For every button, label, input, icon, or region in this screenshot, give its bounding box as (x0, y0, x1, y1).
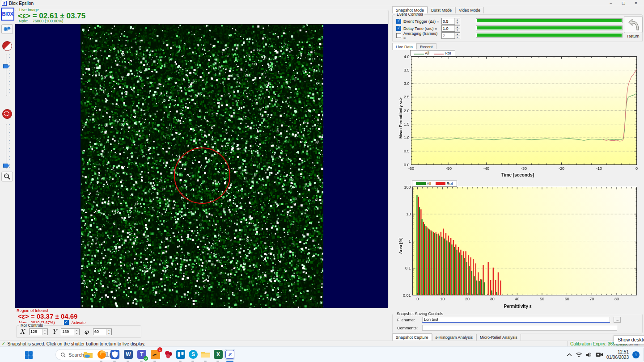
system-tray: 12:51 01/06/2023 1 (567, 347, 640, 362)
chevron-up-icon[interactable] (567, 353, 572, 357)
slider-track (6, 55, 7, 96)
biox-epsilon-taskbar-icon[interactable]: ε (225, 349, 235, 360)
running-indicator (127, 361, 129, 362)
filename-label: Filename: (397, 318, 419, 322)
file-explorer-icon[interactable] (200, 349, 211, 360)
comments-input[interactable] (422, 325, 617, 331)
settings-gears-button[interactable] (1, 24, 13, 34)
zoom-icon (4, 173, 11, 180)
y-spinner[interactable]: ▲▼ (61, 328, 80, 335)
skype-icon[interactable]: S (188, 349, 199, 360)
event-trigger-checkbox[interactable]: ✓ (396, 19, 401, 24)
trello-icon[interactable] (175, 349, 186, 360)
browse-button[interactable]: ... (614, 317, 621, 323)
activate-label: Activate (72, 320, 86, 325)
gain-slider[interactable] (3, 55, 12, 96)
status-check-icon: ✓ (2, 341, 5, 346)
live-npix: Npix: 76800 (100.00%) (19, 19, 64, 23)
illumination-button[interactable] (2, 109, 12, 119)
x-spinner[interactable]: ▲▼ (29, 328, 48, 335)
spin-down-icon[interactable]: ▼ (74, 332, 79, 335)
slider-handle[interactable] (3, 164, 9, 168)
return-button[interactable] (624, 16, 643, 33)
running-indicator (179, 361, 182, 362)
close-button[interactable]: ✕ (630, 0, 642, 6)
tab-micro-relief-analysis[interactable]: Micro-Relief Analysis (476, 334, 521, 341)
event-trigger-input[interactable] (442, 18, 454, 24)
legend-roi: RoI (445, 51, 451, 55)
tab-snapshot-capture[interactable]: Snapshot Capture (392, 333, 432, 341)
y-label: Y (52, 328, 56, 335)
delay-time-spinner[interactable]: ▲▼ (441, 25, 460, 32)
activate-checkbox[interactable]: ✓ (64, 320, 69, 325)
phi-input[interactable] (93, 329, 106, 335)
snapshot-saving-group: Snapshot Saving Controls Filename: ... C… (392, 314, 643, 333)
notification-count-badge[interactable]: 1 (632, 351, 640, 358)
onedrive-folder-icon[interactable] (83, 349, 93, 360)
phi-spinner[interactable]: ▲▼ (93, 328, 112, 335)
mail-app-icon[interactable]: 1 (150, 349, 161, 360)
tab-video-mode[interactable]: Video Mode (455, 7, 484, 13)
shield-app-icon[interactable] (110, 349, 120, 360)
zoom-button[interactable] (1, 172, 13, 181)
teams-icon[interactable]: T (136, 349, 147, 360)
spin-down-icon[interactable]: ▼ (42, 332, 47, 335)
spin-up-icon[interactable]: ▲ (106, 329, 111, 332)
averaging-spinner[interactable]: ▲▼ (441, 32, 460, 39)
red-app-icon[interactable] (163, 349, 174, 360)
window-titlebar: ε Biox Epsilon – ▢ ✕ (0, 0, 644, 6)
minimize-button[interactable]: – (605, 0, 617, 6)
excel-icon[interactable]: X (213, 349, 224, 360)
legend-all: All (427, 181, 431, 186)
status-bar: ✓ Snapshot is saved. Click on the shutte… (0, 341, 644, 346)
event-controls-group: Event Controls ✓ Event Trigger (Δε) = ▲▼… (392, 14, 643, 42)
roi-circle[interactable] (174, 148, 230, 203)
averaging-input[interactable] (442, 33, 454, 38)
show-desktop-tooltip: Show desktop (614, 335, 644, 344)
clock-time: 12:51 (606, 349, 629, 355)
tab-burst-mode[interactable]: Burst Mode (428, 7, 455, 13)
slider-handle[interactable] (3, 64, 9, 68)
averaging-checkbox[interactable]: ✓ (396, 33, 401, 38)
clock-date: 01/06/2023 (606, 355, 629, 360)
y-input[interactable] (61, 329, 74, 335)
x-label: X (20, 328, 25, 335)
camera-icon[interactable] (596, 352, 603, 357)
volume-icon[interactable] (586, 352, 592, 358)
delay-time-input[interactable] (442, 25, 454, 31)
tab-histogram-analysis[interactable]: ε-Histogram Analysis (432, 334, 477, 341)
running-indicator (140, 361, 143, 362)
biox-logo: BIOX (1, 8, 14, 21)
roi-controls-label: RoI Controls (19, 323, 44, 328)
running-indicator (153, 361, 156, 362)
event-trigger-spinner[interactable]: ▲▼ (441, 18, 460, 25)
spin-down-icon[interactable]: ▼ (106, 332, 111, 335)
event-trigger-label: Event Trigger (Δε) = (403, 19, 439, 24)
live-image-viewport[interactable] (15, 24, 388, 308)
filename-input[interactable] (422, 317, 610, 323)
shutter-button[interactable] (2, 41, 12, 51)
status-message: Snapshot is saved. Click on the shutter … (8, 341, 145, 346)
phi-label: φ (84, 328, 89, 335)
delay-time-label: Delay Time (sec) = (403, 26, 439, 31)
slider-ticks (9, 55, 10, 96)
word-icon[interactable]: W (123, 349, 134, 360)
spin-up-icon[interactable]: ▲ (42, 329, 47, 332)
illumination-slider[interactable] (3, 124, 12, 169)
wifi-icon[interactable] (576, 352, 582, 358)
running-indicator (191, 361, 194, 362)
tab-live-data[interactable]: Live Data (392, 43, 416, 50)
start-button[interactable] (23, 349, 34, 360)
firefox-icon[interactable] (96, 349, 107, 360)
spin-up-icon[interactable]: ▲ (74, 329, 79, 332)
delay-time-checkbox[interactable]: ✓ (396, 26, 401, 31)
roi-controls-group: RoI Controls X ▲▼ Y ▲▼ φ ▲▼ (16, 325, 141, 338)
maximize-button[interactable]: ▢ (617, 0, 630, 6)
chart2-legend: All RoI (412, 181, 457, 187)
clock[interactable]: 12:51 01/06/2023 (606, 349, 629, 360)
tab-snapshot-mode[interactable]: Snapshot Mode (392, 6, 428, 13)
running-indicator (100, 361, 102, 362)
x-input[interactable] (30, 329, 42, 335)
app-icon: ε (2, 1, 7, 6)
illumination-icon (4, 111, 9, 116)
